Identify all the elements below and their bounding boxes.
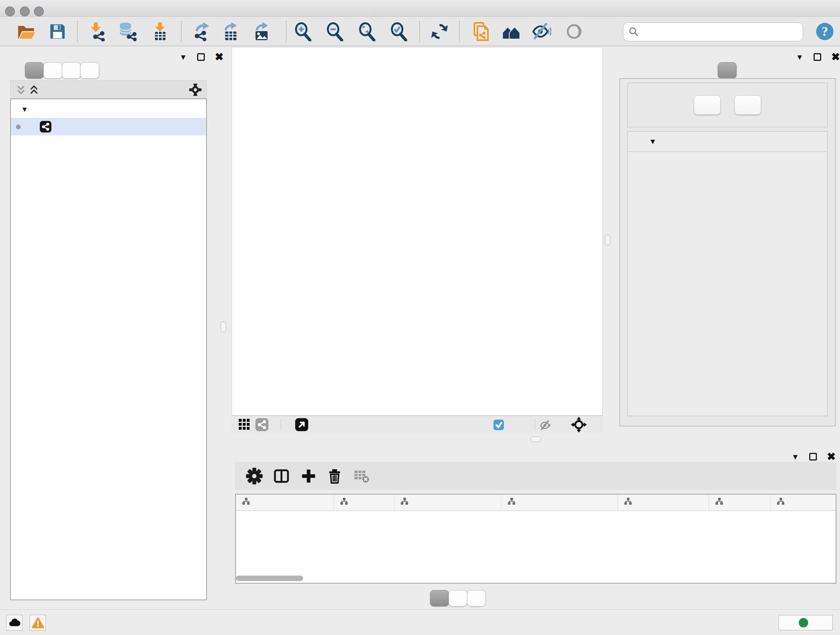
tab-string[interactable] [718,62,737,79]
column-header-database-identifier[interactable] [501,494,618,510]
memory-button[interactable] [778,615,833,630]
panel-close-icon[interactable]: ✖ [827,451,836,462]
left-splitter-handle[interactable] [221,321,226,333]
tab-select[interactable] [62,62,81,79]
collection-expand-icon[interactable]: ▼ [21,101,28,118]
title-bar [0,0,840,17]
crosslink-label [639,366,725,383]
node-table [235,494,836,584]
refresh-icon[interactable] [430,22,449,41]
toolbar-separator [181,21,182,42]
zoom-out-icon[interactable] [325,22,345,41]
tab-sets[interactable] [80,62,99,79]
import-table-icon[interactable] [150,22,170,41]
column-header-namespace[interactable] [771,494,836,510]
crosslink-label [639,317,725,333]
panel-close-icon[interactable]: ✖ [215,52,224,62]
tab-network[interactable] [25,62,44,79]
hierarchy-icon [340,497,348,508]
crosslink-label [639,350,725,366]
zoom-selected-icon[interactable] [389,22,409,41]
share-document-icon[interactable] [471,22,490,41]
hidden-eye-icon [540,420,551,432]
zoom-in-icon[interactable] [294,22,313,41]
show-panel-icon[interactable] [564,22,584,41]
panel-menu-icon[interactable]: ▼ [180,53,187,61]
network-options-gear-icon[interactable] [189,84,202,97]
import-database-icon[interactable] [118,22,137,41]
panel-float-icon[interactable] [809,453,817,461]
column-header-description[interactable] [618,494,709,510]
panel-menu-icon[interactable]: ▼ [791,453,799,461]
open-session-icon[interactable] [16,22,36,41]
gene-collapse-icon[interactable]: ▼ [649,138,657,145]
network-row-selected[interactable] [11,118,206,135]
expand-all-networks-icon[interactable] [28,84,39,97]
toolbar-separator [459,21,460,42]
selected-checkbox-icon[interactable] [493,420,504,432]
results-panel: ▼ ✖ ▼ [615,47,840,433]
delete-column-icon[interactable] [326,468,343,486]
column-header-name[interactable] [334,494,394,510]
cloud-button[interactable] [6,615,22,631]
main-toolbar: ? [0,17,840,46]
column-header-id[interactable] [709,494,771,510]
export-table-icon[interactable] [221,22,240,41]
home-icon[interactable] [501,22,521,41]
search-input[interactable] [644,24,799,40]
horizontal-splitter-handle[interactable] [531,437,541,442]
expand-all-button[interactable] [694,95,721,115]
panel-menu-icon[interactable]: ▼ [796,53,804,61]
network-view-canvas[interactable] [232,47,603,416]
panel-close-icon[interactable]: ✖ [831,52,840,62]
tab-edge-table[interactable] [448,590,467,606]
collapse-all-button[interactable] [734,95,761,115]
collapse-all-networks-icon[interactable] [16,84,27,97]
network-tree: ▼ [10,98,207,600]
hierarchy-icon [507,497,516,508]
crosslink-label [639,333,725,350]
results-panel-body: ▼ [619,78,836,426]
right-splitter-handle[interactable] [605,234,610,245]
tab-network-table[interactable] [467,590,486,606]
close-window-button[interactable] [5,6,15,16]
panel-float-icon[interactable] [813,53,821,61]
show-columns-icon[interactable] [273,468,290,486]
memory-status-dot [799,618,808,627]
table-settings-gear-icon[interactable] [246,468,263,486]
grid-view-icon[interactable] [238,418,251,432]
crosshair-icon[interactable] [571,417,587,434]
export-network-icon[interactable] [192,22,211,41]
tab-style[interactable] [43,62,62,79]
add-column-icon[interactable] [300,468,317,486]
toolbar-divider [281,419,281,431]
table-tabs [431,590,486,608]
column-header-shared-name[interactable] [236,494,334,510]
warning-button[interactable] [30,615,46,631]
gene-card-header[interactable]: ▼ [628,132,827,152]
zoom-fit-icon[interactable] [357,22,377,41]
delete-table-icon[interactable] [353,468,370,486]
table-row[interactable] [236,511,836,527]
zoom-window-button[interactable] [34,6,44,16]
hierarchy-icon [624,497,632,508]
hide-panel-icon[interactable] [532,22,551,41]
help-icon[interactable]: ? [815,22,835,41]
panel-float-icon[interactable] [197,53,205,61]
toolbar-separator [419,21,420,42]
tab-node-table[interactable] [430,590,449,606]
birdseye-view-icon[interactable] [295,418,308,432]
network-collection-row[interactable]: ▼ [11,101,206,118]
minimize-window-button[interactable] [20,6,30,16]
horizontal-scrollbar-thumb[interactable] [236,576,303,581]
column-header-canonical-name[interactable] [394,494,501,510]
network-status-dot [16,125,21,129]
hierarchy-icon [242,497,250,508]
status-bar [0,609,840,635]
import-network-icon[interactable] [88,22,107,41]
save-session-icon[interactable] [48,22,67,41]
export-image-icon[interactable] [252,22,271,41]
network-share-icon[interactable] [256,418,268,432]
hierarchy-icon [400,497,409,508]
network-view-toolbar [232,416,603,433]
